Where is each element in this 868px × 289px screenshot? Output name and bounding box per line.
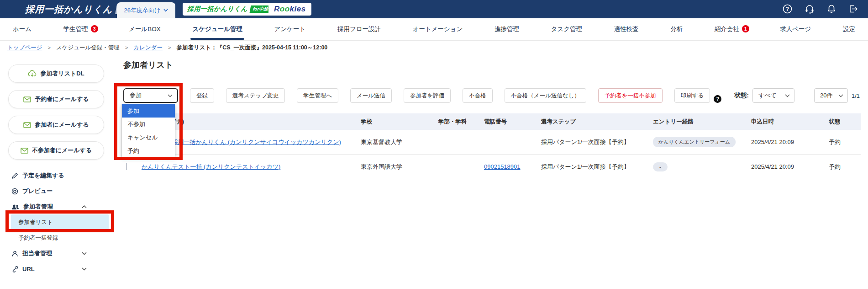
evaluate-participants-button[interactable]: 参加者を評価 — [404, 88, 451, 103]
preview-target-icon — [11, 188, 18, 195]
register-button[interactable]: 登録 — [190, 88, 214, 103]
table-header-row: 名前（フリガナ) 学校 学部・学科 電話番号 選考ステップ エントリー経路 申込… — [123, 113, 861, 130]
applied-at-cell: 2025/4/21 20:09 — [751, 139, 829, 145]
state-filter-label: 状態: — [734, 91, 749, 100]
mail-participants-button[interactable]: 参加者にメールする — [8, 116, 104, 134]
sidebar-item-bulk-reservation[interactable]: 予約者一括登録 — [0, 230, 114, 246]
breadcrumb-separator: > — [125, 45, 128, 50]
col-applied-at: 申込日時 — [751, 118, 829, 126]
toolbar: 参加 参加 不参加 キャンセル 予約 登録 選考ステップ変更 学生管理へ メール… — [123, 88, 860, 103]
breadcrumb-calendar[interactable]: カレンダー — [133, 44, 163, 52]
support-headset-icon[interactable] — [805, 4, 815, 14]
participant-management-section[interactable]: 参加者管理 — [0, 199, 114, 214]
notifications-bell-icon[interactable] — [827, 4, 836, 14]
change-step-button[interactable]: 選考ステップ変更 — [226, 88, 285, 103]
nav-item-tasks[interactable]: タスク管理 — [550, 19, 583, 40]
phone-link[interactable]: 09021518901 — [484, 163, 521, 170]
graduation-year-selector[interactable]: 26年度卒向け — [117, 2, 175, 18]
step-cell: 採用パターン1/一次面接【予約】 — [541, 138, 653, 146]
rookies-logo-kies: kies — [290, 5, 306, 14]
entry-route-badge: かんりくんエントリーフォーム — [653, 137, 736, 147]
students-count-badge: 3 — [91, 25, 98, 32]
col-department: 学部・学科 — [438, 118, 484, 126]
status-cell: 予約 — [829, 138, 861, 146]
col-step: 選考ステップ — [541, 118, 653, 126]
state-filter-select[interactable]: すべて — [752, 88, 794, 103]
entry-route-badge: - — [653, 162, 668, 171]
nav-item-agencies[interactable]: 紹介会社1 — [714, 19, 749, 40]
pencil-icon — [11, 172, 18, 179]
nav-item-progress[interactable]: 進捗管理 — [494, 19, 520, 40]
nav-item-analytics[interactable]: 分析 — [669, 19, 684, 40]
download-cloud-icon — [28, 70, 37, 77]
dropdown-option-absent[interactable]: 不参加 — [122, 118, 175, 131]
mail-non-participants-button[interactable]: 不参加者にメールする — [8, 141, 104, 160]
chuto-logo-text: 採用一括かんりくん — [187, 5, 247, 13]
people-icon — [11, 204, 19, 210]
fail-no-mail-button[interactable]: 不合格（メール送信なし） — [505, 88, 586, 103]
sidebar: 参加者リストDL 予約者にメールする 参加者にメールする 不参加者にメールする … — [0, 54, 114, 289]
status-dropdown-menu: 参加 不参加 キャンセル 予約 — [121, 104, 175, 158]
nav-item-home[interactable]: ホーム — [12, 19, 32, 40]
main-content: 参加者リスト 参加 参加 不参加 キャンセル 予約 登録 選考ステップ変更 学生… — [114, 54, 868, 289]
mail-reserved-button[interactable]: 予約者にメールする — [8, 90, 104, 108]
per-page-select[interactable]: 20件 — [814, 88, 848, 103]
nav-item-students[interactable]: 学生管理3 — [63, 19, 98, 40]
page-indicator: 1/1 — [852, 92, 860, 99]
breadcrumb-top-page[interactable]: トップページ — [7, 44, 42, 52]
rookies-logo-r: R — [274, 5, 280, 14]
participant-name-link[interactable]: かんりくんテスト一括 (カンリクンテストイッカツ) — [142, 163, 280, 170]
chevron-down-icon — [163, 9, 168, 12]
edit-schedule-link[interactable]: 予定を編集する — [0, 168, 114, 183]
graduation-year-label: 26年度卒向け — [124, 6, 161, 15]
mail-icon — [23, 96, 31, 102]
nav-item-job-page[interactable]: 求人ページ — [779, 19, 812, 40]
rookies-logo[interactable]: Rookies — [268, 3, 311, 16]
col-status: 状態 — [829, 118, 861, 126]
mail-icon — [21, 148, 28, 154]
print-button[interactable]: 印刷する — [674, 88, 710, 103]
topbar-icon-group: ? — [783, 4, 858, 14]
fail-button[interactable]: 不合格 — [463, 88, 493, 103]
to-student-management-button[interactable]: 学生管理へ — [297, 88, 338, 103]
status-cell: 予約 — [829, 163, 861, 171]
status-dropdown[interactable]: 参加 — [123, 88, 178, 103]
top-bar: 採用一括かんりくん for 新卒 26年度卒向け 採用一括かんりくん for中途… — [0, 0, 868, 18]
dropdown-option-reserved[interactable]: 予約 — [122, 144, 175, 157]
nav-item-schedule[interactable]: スケジュール管理 — [191, 19, 243, 40]
sidebar-item-participant-list[interactable]: 参加者リスト — [11, 214, 109, 230]
chuto-product-logo[interactable]: 採用一括かんりくん for中途 — [183, 3, 275, 16]
participant-list-download-button[interactable]: 参加者リストDL — [8, 64, 104, 83]
nav-item-automation[interactable]: オートメーション — [412, 19, 464, 40]
print-help-icon[interactable]: ? — [714, 95, 721, 103]
breadcrumb-schedule: スケジュール登録・管理 — [56, 44, 120, 52]
help-icon[interactable]: ? — [783, 4, 792, 14]
nav-item-mailbox[interactable]: メールBOX — [128, 19, 162, 40]
preview-link[interactable]: プレビュー — [0, 183, 114, 199]
url-section[interactable]: URL — [0, 261, 114, 277]
table-row: かんりくん採用一括かんりくん (カンリクンサイヨウイッカツカンリクン) 東京基督… — [123, 130, 861, 155]
send-mail-button[interactable]: メール送信 — [350, 88, 392, 103]
breadcrumb-separator: > — [168, 45, 171, 50]
nav-item-survey[interactable]: アンケート — [274, 19, 307, 40]
rookies-logo-oo: oo — [280, 5, 290, 14]
bulk-absent-button[interactable]: 予約者を一括不参加 — [598, 88, 663, 103]
row-checkbox[interactable] — [126, 163, 127, 170]
link-icon — [11, 266, 18, 273]
breadcrumb: トップページ > スケジュール登録・管理 > カレンダー > 参加者リスト：『C… — [0, 41, 868, 54]
chevron-down-icon — [785, 94, 790, 97]
chevron-down-icon — [168, 94, 173, 97]
main-navigation: ホーム 学生管理3 メールBOX スケジュール管理 アンケート 採用フロー設計 … — [0, 18, 868, 41]
step-cell: 採用パターン1/一次面接【予約】 — [541, 163, 653, 171]
app-screen: 採用一括かんりくん for 新卒 26年度卒向け 採用一括かんりくん for中途… — [0, 0, 868, 289]
staff-management-section[interactable]: 担当者管理 — [0, 246, 114, 261]
dropdown-option-cancel[interactable]: キャンセル — [122, 131, 175, 144]
status-dropdown-value: 参加 — [130, 91, 142, 100]
dropdown-option-attend[interactable]: 参加 — [122, 104, 175, 118]
nav-item-settings[interactable]: 設定 — [842, 19, 856, 40]
nav-item-flow-design[interactable]: 採用フロー設計 — [337, 19, 382, 40]
chevron-down-icon — [82, 252, 87, 255]
nav-item-aptitude-test[interactable]: 適性検査 — [613, 19, 640, 40]
logout-icon[interactable] — [848, 4, 858, 14]
applied-at-cell: 2025/4/21 20:09 — [751, 163, 829, 170]
